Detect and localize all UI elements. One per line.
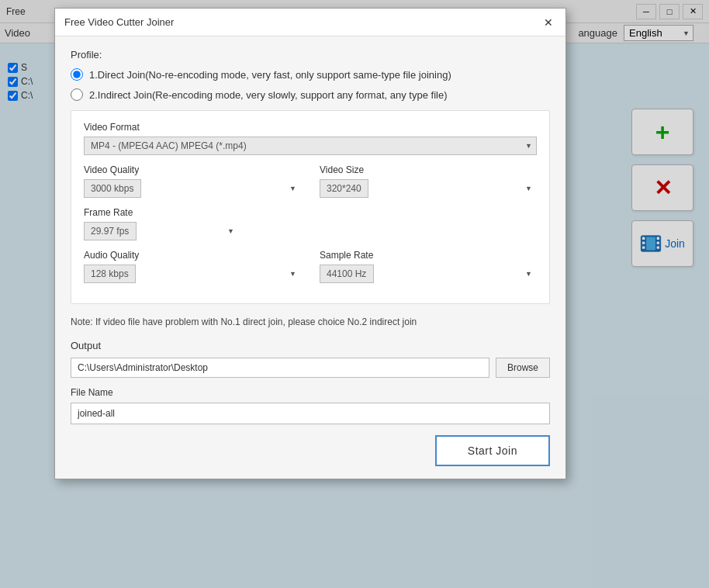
video-format-select[interactable]: MP4 - (MPEG4 AAC) MPEG4 (*.mp4) <box>84 137 537 155</box>
radio-indirect-label[interactable]: 2.Indirect Join(Re-encoding mode, very s… <box>89 89 447 101</box>
profile-label: Profile: <box>71 49 550 61</box>
sample-rate-select[interactable]: 44100 Hz <box>320 265 374 283</box>
frame-rate-row: Frame Rate 29.97 fps <box>84 207 537 240</box>
video-quality-label: Video Quality <box>84 164 301 175</box>
radio-group: 1.Direct Join(No-re-encoding mode, very … <box>71 68 550 101</box>
video-quality-select[interactable]: 3000 kbps <box>84 179 141 198</box>
output-path-input[interactable] <box>71 358 489 378</box>
video-quality-select-wrapper[interactable]: 3000 kbps <box>84 179 301 198</box>
radio-direct-label[interactable]: 1.Direct Join(No-re-encoding mode, very … <box>89 69 451 81</box>
frame-rate-group: Frame Rate 29.97 fps <box>84 207 239 240</box>
radio-option-direct[interactable]: 1.Direct Join(No-re-encoding mode, very … <box>71 68 550 81</box>
file-name-input[interactable] <box>71 403 550 424</box>
modal-dialog: Free Video Cutter Joiner ✕ Profile: 1.Di… <box>54 8 566 479</box>
output-section: Output Browse File Name <box>71 340 550 424</box>
radio-direct[interactable] <box>71 68 83 81</box>
start-join-button[interactable]: Start Join <box>435 435 550 466</box>
modal-title: Free Video Cutter Joiner <box>64 16 541 28</box>
start-join-area: Start Join <box>71 435 550 466</box>
video-format-row: Video Format MP4 - (MPEG4 AAC) MPEG4 (*.… <box>84 122 537 155</box>
sample-rate-group: Sample Rate 44100 Hz <box>320 250 537 283</box>
video-size-select[interactable]: 320*240 <box>320 179 368 198</box>
output-path-row: Browse <box>71 358 550 378</box>
radio-indirect[interactable] <box>71 88 83 101</box>
modal-close-button[interactable]: ✕ <box>541 15 556 30</box>
video-size-label: Video Size <box>320 164 537 175</box>
audio-quality-select-wrapper[interactable]: 128 kbps <box>84 265 301 283</box>
video-format-select-wrapper[interactable]: MP4 - (MPEG4 AAC) MPEG4 (*.mp4) <box>84 137 537 155</box>
fields-section: Video Format MP4 - (MPEG4 AAC) MPEG4 (*.… <box>71 110 550 304</box>
sample-rate-select-wrapper[interactable]: 44100 Hz <box>320 265 537 283</box>
note-text: Note: If video file have problem with No… <box>71 315 550 329</box>
audio-quality-select[interactable]: 128 kbps <box>84 265 136 283</box>
radio-option-indirect[interactable]: 2.Indirect Join(Re-encoding mode, very s… <box>71 88 550 101</box>
video-size-select-wrapper[interactable]: 320*240 <box>320 179 537 198</box>
video-size-group: Video Size 320*240 <box>320 164 537 198</box>
file-name-label: File Name <box>71 387 550 398</box>
audio-quality-label: Audio Quality <box>84 250 301 261</box>
audio-sample-row: Audio Quality 128 kbps Sample Rate 44100… <box>84 250 537 283</box>
quality-size-row: Video Quality 3000 kbps Video Size 320*2… <box>84 164 537 198</box>
sample-rate-label: Sample Rate <box>320 250 537 261</box>
video-format-group: Video Format MP4 - (MPEG4 AAC) MPEG4 (*.… <box>84 122 537 155</box>
modal-body: Profile: 1.Direct Join(No-re-encoding mo… <box>55 36 565 479</box>
frame-rate-label: Frame Rate <box>84 207 239 218</box>
browse-button[interactable]: Browse <box>496 358 550 378</box>
audio-quality-group: Audio Quality 128 kbps <box>84 250 301 283</box>
frame-rate-select[interactable]: 29.97 fps <box>84 222 137 240</box>
output-label: Output <box>71 340 550 351</box>
frame-rate-select-wrapper[interactable]: 29.97 fps <box>84 222 239 240</box>
video-quality-group: Video Quality 3000 kbps <box>84 164 301 198</box>
video-format-label: Video Format <box>84 122 537 133</box>
modal-titlebar: Free Video Cutter Joiner ✕ <box>55 9 565 36</box>
